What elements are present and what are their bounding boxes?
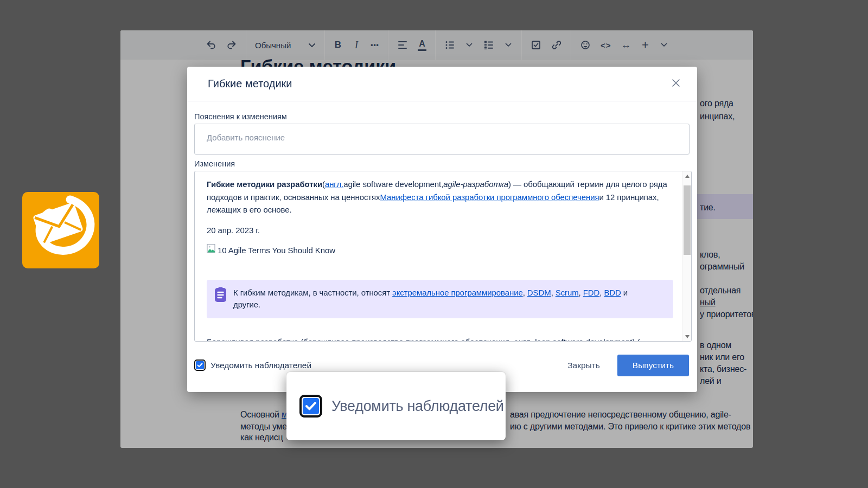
publish-dialog: Гибкие методики Пояснения к изменениям Д… [187, 67, 697, 392]
dialog-header: Гибкие методики [187, 67, 697, 101]
changes-label: Изменения [194, 159, 690, 168]
broken-image-icon [207, 243, 216, 257]
inline-link[interactable]: англ. [325, 179, 343, 189]
publish-button[interactable]: Выпустить [617, 355, 689, 376]
inline-link[interactable]: FDD [583, 288, 600, 297]
scrollbar-down-arrow[interactable] [682, 332, 692, 341]
preview-content: Гибкие методики разработки(англ.agile so… [195, 171, 682, 318]
preview-date: 20 апр. 2023 г. [207, 224, 669, 237]
inline-link[interactable]: BDD [604, 288, 621, 297]
notify-watchers-label: Уведомить наблюдателей [210, 361, 311, 370]
magnified-checkbox-checked-icon [303, 398, 319, 414]
mail-app-icon [22, 192, 99, 268]
inline-link[interactable]: Scrum [556, 288, 579, 297]
note-panel-text: К гибким методикам, в частности, относят… [233, 287, 635, 311]
note-panel: К гибким методикам, в частности, относят… [207, 280, 673, 318]
inline-link[interactable]: экстремальное программирование [392, 288, 523, 297]
magnified-checkbox [299, 395, 322, 418]
changes-preview: Гибкие методики разработки(англ.agile so… [194, 171, 692, 342]
dialog-title: Гибкие методики [208, 78, 292, 90]
inline-link[interactable]: DSDM [527, 288, 551, 297]
checkbox-focus-ring [194, 359, 206, 371]
close-button[interactable]: Закрыть [560, 356, 608, 375]
checkbox-checked-icon [196, 361, 204, 369]
comment-label: Пояснения к изменениям [194, 112, 690, 121]
magnified-notify-label: Уведомить наблюдателей [331, 398, 504, 415]
clipped-text-line: Бережливая разработка (бережливое произв… [207, 337, 640, 342]
inline-link[interactable]: Манифеста гибкой разработки программного… [380, 192, 599, 202]
scrollbar-thumb[interactable] [684, 185, 691, 255]
broken-image-alt-text: 10 Agile Terms You Should Know [218, 244, 335, 257]
broken-image-line: 10 Agile Terms You Should Know [207, 243, 669, 257]
magnifier-popup: Уведомить наблюдателей [286, 372, 506, 440]
preview-scrollbar [682, 171, 691, 341]
close-icon[interactable] [669, 76, 683, 92]
dialog-body: Пояснения к изменениям Добавить пояснени… [187, 101, 697, 342]
preview-paragraph: Гибкие методики разработки(англ.agile so… [207, 178, 669, 216]
note-panel-icon [214, 287, 227, 311]
comment-input[interactable]: Добавить пояснение [194, 124, 690, 155]
scrollbar-up-arrow[interactable] [682, 171, 692, 181]
notify-watchers-checkbox[interactable]: Уведомить наблюдателей [194, 359, 311, 371]
